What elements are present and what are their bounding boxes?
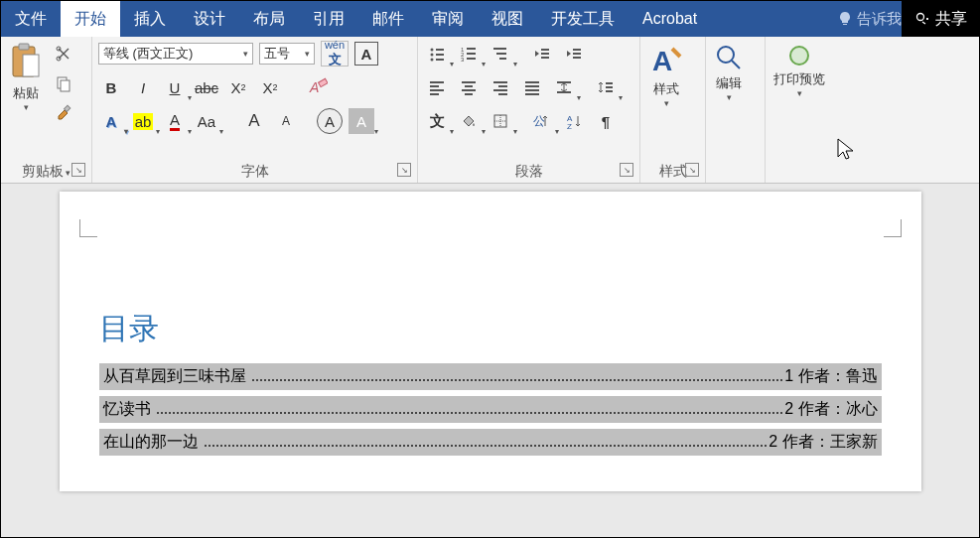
show-marks-button[interactable]: ¶	[593, 108, 619, 134]
font-size-combo[interactable]: 五号▾	[259, 43, 315, 65]
sort-button[interactable]: AZ	[561, 108, 587, 134]
toc-row-page: 2 作者：王家新	[769, 432, 877, 453]
highlight-button[interactable]: ab	[130, 108, 156, 134]
multilevel-list-button[interactable]	[488, 41, 513, 67]
toc-row-page: 1 作者：鲁迅	[784, 366, 877, 387]
font-launcher[interactable]: ↘	[397, 163, 411, 177]
toc-row-leader	[252, 371, 783, 381]
svg-point-11	[431, 49, 434, 52]
clipboard-launcher[interactable]: ↘	[71, 163, 85, 177]
sort-icon: AZ	[566, 113, 582, 129]
share-button[interactable]: 共享	[902, 1, 979, 37]
find-button[interactable]: 编辑 ▾	[712, 41, 746, 177]
tab-references[interactable]: 引用	[299, 1, 358, 37]
tab-developer[interactable]: 开发工具	[537, 1, 629, 37]
svg-rect-50	[606, 82, 613, 84]
clipboard-icon	[9, 43, 43, 82]
italic-button[interactable]: I	[130, 74, 156, 100]
toc-row-page: 2 作者：冰心	[784, 399, 877, 420]
grow-font-button[interactable]: A	[241, 108, 267, 134]
svg-rect-31	[573, 57, 581, 59]
svg-point-62	[790, 47, 808, 65]
enclose-char-button[interactable]: A	[317, 108, 343, 134]
toc-row[interactable]: 在山的那一边2 作者：王家新	[99, 429, 882, 456]
svg-point-15	[431, 59, 434, 62]
copy-button[interactable]	[51, 70, 76, 96]
bold-button[interactable]: B	[98, 74, 124, 100]
svg-rect-42	[493, 89, 507, 91]
font-name-combo[interactable]: 等线 (西文正文)▾	[98, 43, 253, 65]
distribute-button[interactable]	[551, 74, 577, 100]
circle-icon	[786, 43, 812, 68]
cut-button[interactable]	[51, 41, 76, 67]
align-justify-button[interactable]	[519, 74, 545, 100]
font-color-button[interactable]: A	[162, 108, 188, 134]
styles-button[interactable]: A 样式 ▾	[646, 41, 686, 159]
styles-launcher[interactable]: ↘	[685, 163, 699, 177]
toc-row[interactable]: 忆读书2 作者：冰心	[99, 396, 882, 423]
tab-review[interactable]: 审阅	[418, 1, 478, 37]
magnifier-icon	[714, 43, 744, 72]
align-center-button[interactable]	[456, 74, 482, 100]
svg-rect-2	[19, 44, 29, 50]
ribbon-tabs: 文件 开始 插入 设计 布局 引用 邮件 审阅 视图 开发工具 Acrobat …	[1, 1, 979, 37]
svg-rect-23	[493, 48, 506, 50]
indent-icon	[566, 46, 582, 62]
char-shading-button[interactable]: Aa	[194, 108, 219, 134]
strikethrough-button[interactable]: abc	[194, 74, 219, 100]
ribbon: 粘贴 ▾ 剪贴板▾↘ 等线 (西文正文)▾ 五号▾ wén文 A B I U	[1, 37, 979, 184]
superscript-button[interactable]: X2	[257, 74, 283, 100]
increase-indent-button[interactable]	[561, 41, 587, 67]
subscript-button[interactable]: X2	[225, 74, 251, 100]
multilevel-icon	[492, 46, 508, 62]
group-font: 等线 (西文正文)▾ 五号▾ wén文 A B I U abc X2 X2 A …	[92, 37, 418, 183]
tab-mailings[interactable]: 邮件	[358, 1, 418, 37]
shrink-font-button[interactable]: A	[273, 108, 299, 134]
tab-file[interactable]: 文件	[1, 1, 61, 37]
phonetic-guide-button[interactable]: wén文	[321, 41, 349, 67]
character-border-button[interactable]: A	[354, 42, 378, 66]
tab-view[interactable]: 视图	[478, 1, 537, 37]
tab-design[interactable]: 设计	[180, 1, 239, 37]
clear-formatting-button[interactable]: A	[305, 74, 331, 100]
svg-rect-28	[541, 57, 549, 59]
page[interactable]: 目录 从百草园到三味书屋1 作者：鲁迅忆读书2 作者：冰心在山的那一边2 作者：…	[60, 192, 921, 491]
tab-layout[interactable]: 布局	[239, 1, 299, 37]
svg-rect-43	[498, 93, 507, 95]
toc-row[interactable]: 从百草园到三味书屋1 作者：鲁迅	[99, 363, 882, 390]
text-direction-button[interactable]: 文	[424, 108, 450, 134]
numbering-button[interactable]: 123	[456, 41, 482, 67]
para-launcher[interactable]: ↘	[620, 163, 633, 177]
styles-a-icon: A	[648, 43, 684, 78]
svg-rect-45	[525, 85, 539, 87]
line-spacing-button[interactable]	[593, 74, 619, 100]
align-justify-icon	[524, 79, 540, 95]
svg-text:A: A	[309, 79, 319, 95]
toc-row-leader	[205, 437, 768, 447]
asian-layout-button[interactable]: 公	[529, 108, 555, 134]
bullets-button[interactable]	[424, 41, 450, 67]
decrease-indent-button[interactable]	[529, 41, 555, 67]
toc-title: 目录	[99, 309, 882, 349]
align-left-button[interactable]	[424, 74, 450, 100]
underline-button[interactable]: U	[162, 74, 188, 100]
distribute-icon	[556, 79, 572, 95]
text-effects-button[interactable]: A	[98, 108, 124, 134]
tab-home[interactable]: 开始	[61, 1, 120, 37]
tab-insert[interactable]: 插入	[120, 1, 180, 37]
bucket-icon	[461, 113, 477, 129]
svg-text:公: 公	[533, 114, 545, 128]
tell-me-search[interactable]: 告诉我	[837, 10, 902, 29]
svg-point-13	[431, 54, 434, 57]
format-painter-button[interactable]	[51, 100, 76, 126]
svg-rect-36	[462, 81, 476, 83]
change-case-button[interactable]: A	[349, 108, 374, 134]
tab-acrobat[interactable]: Acrobat	[629, 1, 711, 37]
print-preview-button[interactable]: 打印预览 ▾	[771, 41, 827, 177]
align-right-button[interactable]	[488, 74, 513, 100]
shading-button[interactable]	[456, 108, 482, 134]
svg-line-61	[732, 61, 740, 68]
document-area: 目录 从百草园到三味书屋1 作者：鲁迅忆读书2 作者：冰心在山的那一边2 作者：…	[1, 184, 979, 538]
borders-button[interactable]	[488, 108, 513, 134]
paste-button[interactable]: 粘贴 ▾	[7, 41, 45, 159]
